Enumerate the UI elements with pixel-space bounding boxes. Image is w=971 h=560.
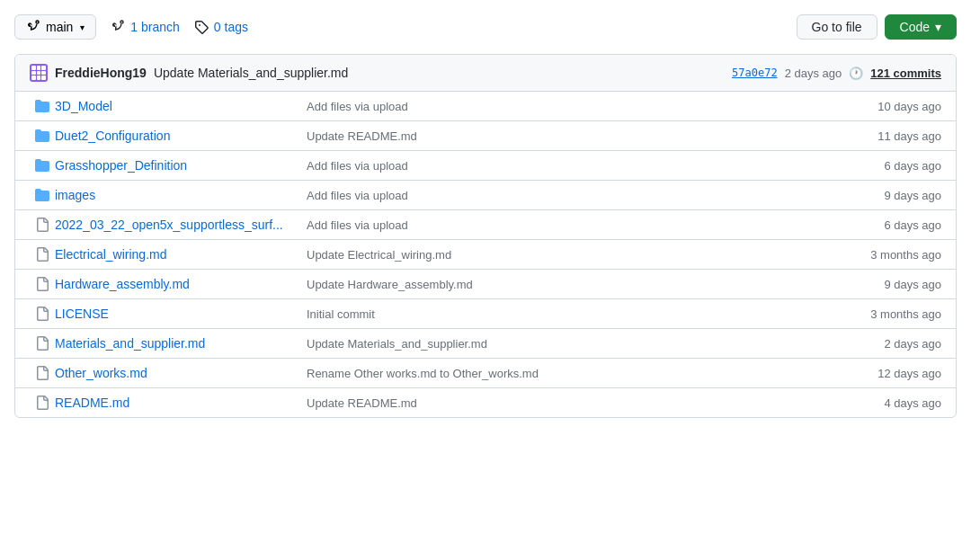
file-time: 6 days ago: [815, 218, 941, 232]
file-icon: [30, 247, 55, 262]
table-row: README.mdUpdate README.md4 days ago: [15, 388, 956, 417]
file-icon: [30, 307, 55, 321]
file-time: 12 days ago: [815, 367, 941, 380]
folder-icon: [30, 158, 55, 173]
folder-icon: [30, 129, 55, 143]
file-time: 4 days ago: [815, 396, 941, 410]
file-time: 6 days ago: [815, 159, 941, 173]
table-row: Hardware_assembly.mdUpdate Hardware_asse…: [15, 270, 956, 299]
file-commit-message: Add files via upload: [307, 189, 815, 202]
file-commit-message: Add files via upload: [307, 218, 815, 232]
file-icon-svg: [35, 307, 49, 321]
branch-name: main: [46, 20, 73, 34]
file-commit-message: Add files via upload: [307, 159, 815, 173]
file-time: 9 days ago: [815, 189, 941, 202]
file-time: 9 days ago: [815, 278, 941, 291]
file-name-link[interactable]: 2022_03_22_open5x_supportless_surf...: [55, 218, 307, 232]
file-name-link[interactable]: 3D_Model: [55, 99, 307, 113]
file-name-link[interactable]: README.md: [55, 396, 307, 410]
file-commit-message: Update Hardware_assembly.md: [307, 278, 815, 291]
tags-count-link[interactable]: 0 tags: [214, 20, 248, 34]
branch-count-icon: [111, 20, 125, 34]
file-commit-message: Add files via upload: [307, 100, 815, 113]
file-time: 11 days ago: [815, 129, 941, 143]
file-name-link[interactable]: Other_works.md: [55, 366, 307, 380]
tags-info: 0 tags: [194, 20, 248, 34]
code-button[interactable]: Code ▾: [885, 14, 957, 40]
table-row: Grasshopper_DefinitionAdd files via uplo…: [15, 151, 956, 181]
table-row: Other_works.mdRename Other works.md to O…: [15, 359, 956, 388]
commit-user[interactable]: FreddieHong19: [55, 66, 147, 80]
file-icon: [30, 366, 55, 380]
file-name-link[interactable]: images: [55, 188, 307, 202]
file-icon-svg: [35, 218, 49, 232]
folder-icon: [30, 188, 55, 202]
file-commit-message: Update Materials_and_supplier.md: [307, 337, 815, 351]
chevron-down-code-icon: ▾: [935, 20, 941, 34]
file-commit-message: Update README.md: [307, 396, 815, 410]
file-icon-svg: [35, 336, 49, 351]
folder-icon: [30, 99, 55, 113]
table-row: LICENSEInitial commit3 months ago: [15, 299, 956, 329]
file-name-link[interactable]: Grasshopper_Definition: [55, 158, 307, 173]
file-time: 2 days ago: [815, 337, 941, 351]
toolbar-right: Go to file Code ▾: [797, 14, 958, 40]
file-name-link[interactable]: Duet2_Configuration: [55, 129, 307, 143]
file-icon: [30, 218, 55, 232]
branch-icon: [26, 20, 40, 34]
table-row: 3D_ModelAdd files via upload10 days ago: [15, 92, 956, 121]
chevron-down-icon: ▾: [80, 22, 85, 32]
file-commit-message: Initial commit: [307, 307, 815, 321]
file-name-link[interactable]: Electrical_wiring.md: [55, 247, 307, 262]
commits-link[interactable]: 121 commits: [870, 67, 941, 80]
toolbar-left: main ▾ 1 branch 0 tags: [14, 14, 248, 40]
branch-count-info: 1 branch: [111, 20, 179, 34]
table-row: imagesAdd files via upload9 days ago: [15, 181, 956, 210]
file-name-link[interactable]: Materials_and_supplier.md: [55, 336, 307, 351]
file-icon: [30, 277, 55, 291]
table-row: 2022_03_22_open5x_supportless_surf...Add…: [15, 210, 956, 240]
file-icon: [30, 336, 55, 351]
avatar: [30, 64, 48, 82]
commit-hash[interactable]: 57a0e72: [732, 67, 778, 79]
folder-icon-svg: [35, 99, 49, 113]
file-icon: [30, 396, 55, 410]
toolbar: main ▾ 1 branch 0 tags Go to file Code ▾: [14, 14, 957, 40]
file-icon-svg: [35, 396, 49, 410]
commit-message: Update Materials_and_supplier.md: [154, 66, 348, 80]
commit-header-right: 57a0e72 2 days ago 🕐 121 commits: [732, 67, 941, 80]
commits-count: 121 commits: [870, 67, 941, 80]
file-name-link[interactable]: Hardware_assembly.md: [55, 277, 307, 291]
file-commit-message: Update Electrical_wiring.md: [307, 248, 815, 262]
commit-time: 2 days ago: [785, 67, 842, 80]
folder-icon-svg: [35, 158, 49, 173]
file-time: 3 months ago: [815, 248, 941, 262]
folder-icon-svg: [35, 129, 49, 143]
file-icon-svg: [35, 366, 49, 380]
table-row: Electrical_wiring.mdUpdate Electrical_wi…: [15, 240, 956, 270]
file-icon-svg: [35, 277, 49, 291]
clock-icon: 🕐: [849, 67, 863, 80]
table-row: Materials_and_supplier.mdUpdate Material…: [15, 329, 956, 359]
branch-count-link[interactable]: 1 branch: [130, 20, 179, 34]
code-button-label: Code: [900, 20, 930, 34]
file-icon-svg: [35, 247, 49, 262]
go-to-file-button[interactable]: Go to file: [797, 14, 877, 40]
branch-selector[interactable]: main ▾: [14, 14, 96, 40]
folder-icon-svg: [35, 188, 49, 202]
file-time: 3 months ago: [815, 307, 941, 321]
commit-header: FreddieHong19 Update Materials_and_suppl…: [15, 55, 956, 92]
repo-table: FreddieHong19 Update Materials_and_suppl…: [14, 54, 957, 418]
table-row: Duet2_ConfigurationUpdate README.md11 da…: [15, 121, 956, 151]
file-list: 3D_ModelAdd files via upload10 days ago …: [15, 92, 956, 417]
file-commit-message: Update README.md: [307, 129, 815, 143]
file-commit-message: Rename Other works.md to Other_works.md: [307, 367, 815, 380]
commit-header-left: FreddieHong19 Update Materials_and_suppl…: [30, 64, 348, 82]
file-time: 10 days ago: [815, 100, 941, 113]
file-name-link[interactable]: LICENSE: [55, 307, 307, 321]
tag-icon: [194, 20, 209, 34]
